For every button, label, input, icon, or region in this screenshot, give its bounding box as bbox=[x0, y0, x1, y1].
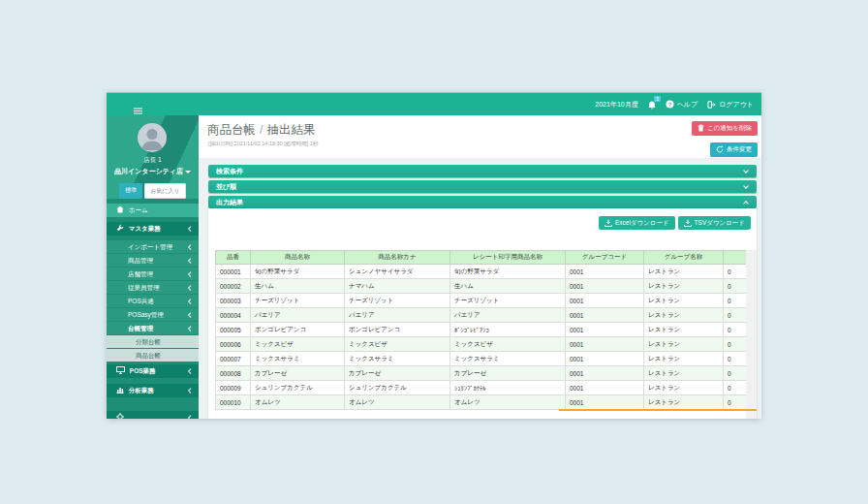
user-panel: 店長 1 品川インターシティ店 標準 お気に入り bbox=[107, 115, 199, 199]
app-window: 2021年10月度 3 ? ヘルプ ログアウト bbox=[107, 92, 761, 419]
help-icon: ? bbox=[666, 100, 674, 110]
top-bar: 2021年10月度 3 ? ヘルプ ログアウト bbox=[107, 92, 761, 115]
sidebar-item-partial[interactable] bbox=[107, 411, 199, 419]
cell-clipped: 0 bbox=[724, 395, 747, 410]
sidebar-item-analysis[interactable]: 分析業務 bbox=[107, 384, 199, 397]
table-row[interactable]: 000010オムレツオムレツオムレツ0001レストラン0 bbox=[216, 395, 747, 410]
cell-receipt-name: ミックスサラミ bbox=[450, 352, 566, 366]
chevron-left-icon bbox=[188, 312, 193, 317]
table-row[interactable]: 000004パエリアパエリアパエリア0001レストラン0 bbox=[216, 308, 747, 323]
change-condition-button[interactable]: 条件変更 bbox=[710, 142, 758, 157]
output-results-panel: Excelダウンロード TSVダウンロード 品番 商品名 bbox=[208, 208, 757, 419]
accordion-sort-order[interactable]: 並び順 bbox=[208, 180, 757, 193]
logout-button[interactable]: ログアウト bbox=[707, 100, 754, 110]
table-row[interactable]: 000003チーズリゾットチーズリゾットチーズリゾット0001レストラン0 bbox=[216, 294, 747, 308]
chevron-left-icon bbox=[188, 368, 193, 373]
cell-item-no: 000005 bbox=[216, 323, 251, 337]
cell-product-kana: パエリア bbox=[345, 308, 450, 323]
fiscal-period-label: 2021年10月度 bbox=[595, 100, 637, 110]
table-row[interactable]: 000006ミックスピザミックスピザミックスピザ0001レストラン0 bbox=[216, 337, 747, 352]
cell-item-no: 000006 bbox=[216, 337, 251, 352]
standard-button[interactable]: 標準 bbox=[119, 183, 142, 199]
cell-product-kana: ボンゴレビアンコ bbox=[345, 323, 450, 337]
accordion-search-conditions[interactable]: 検索条件 bbox=[208, 165, 757, 177]
results-table-container: 品番 商品名称 商品名称カナ レシート印字用商品名称 グループコード グループ名… bbox=[215, 250, 746, 419]
favorite-button[interactable]: お気に入り bbox=[144, 183, 185, 199]
cell-group-name: レストラン bbox=[644, 395, 724, 410]
notifications-bell[interactable]: 3 bbox=[648, 101, 656, 110]
col-header-product-name: 商品名称 bbox=[251, 251, 345, 265]
sidebar-item-master[interactable]: マスタ業務 bbox=[107, 222, 199, 236]
cell-receipt-name: 生ハム bbox=[450, 279, 566, 294]
cell-product-kana: チーズリゾット bbox=[345, 294, 450, 308]
cell-product-name: ミックスピザ bbox=[251, 337, 345, 352]
hamburger-menu-icon[interactable] bbox=[134, 101, 142, 118]
cell-group-name: レストラン bbox=[644, 323, 724, 337]
tsv-download-button[interactable]: TSVダウンロード bbox=[678, 216, 751, 230]
accordion-label: 出力結果 bbox=[216, 199, 243, 205]
excel-download-button[interactable]: Excelダウンロード bbox=[599, 216, 675, 230]
home-icon bbox=[116, 205, 124, 218]
store-name: 品川インターシティ店 bbox=[114, 168, 183, 174]
sidebar-item-product-ledger[interactable]: 商品台帳 bbox=[107, 349, 199, 362]
refresh-icon bbox=[716, 145, 724, 154]
sidebar-item-import[interactable]: インポート管理 bbox=[107, 240, 199, 253]
cell-product-name: パエリア bbox=[251, 308, 345, 323]
delete-notice-button[interactable]: この通知を削除 bbox=[692, 121, 758, 136]
sidebar-item-label: 分析業務 bbox=[129, 387, 154, 394]
sidebar-item-label: 商品管理 bbox=[128, 257, 153, 264]
page-title: 商品台帳/抽出結果 bbox=[207, 122, 315, 139]
table-row[interactable]: 000005ボンゴレビアンコボンゴレビアンコﾎﾞﾝｺﾞﾚﾋﾞｱﾝｺ0001レスト… bbox=[216, 323, 747, 337]
table-row[interactable]: 000008カプレーゼカプレーゼカプレーゼ0001レストラン0 bbox=[216, 366, 747, 381]
cell-clipped: 0 bbox=[724, 352, 747, 366]
change-condition-label: 条件変更 bbox=[727, 145, 752, 154]
cell-group-code: 0001 bbox=[566, 323, 644, 337]
sidebar-item-label: 商品台帳 bbox=[136, 352, 161, 359]
accordion-label: 検索条件 bbox=[216, 168, 243, 174]
sidebar: 店長 1 品川インターシティ店 標準 お気に入り ホーム マスタ業務 インポート… bbox=[107, 115, 199, 419]
cell-product-kana: カプレーゼ bbox=[345, 366, 450, 381]
sidebar-item-pos-ops[interactable]: POS業務 bbox=[107, 364, 199, 378]
cell-group-code: 0001 bbox=[566, 308, 644, 323]
sidebar-menu: ホーム マスタ業務 インポート管理 商品管理 店舗管理 従業員管理 bbox=[107, 204, 199, 419]
table-row[interactable]: 000007ミックスサラミミックスサラミミックスサラミ0001レストラン0 bbox=[216, 352, 747, 366]
accordion-output-results[interactable]: 出力結果 bbox=[208, 196, 757, 208]
cell-receipt-name: オムレツ bbox=[450, 395, 566, 410]
horizontal-scrollbar-thumb[interactable] bbox=[559, 409, 757, 411]
store-selector[interactable]: 品川インターシティ店 bbox=[107, 167, 199, 176]
table-row[interactable]: 000002生ハムナマハム生ハム0001レストラン0 bbox=[216, 279, 747, 294]
cell-product-name: オムレツ bbox=[251, 395, 345, 410]
cell-clipped: 0 bbox=[724, 366, 747, 381]
cell-product-kana: シュリンプカクテル bbox=[345, 381, 450, 395]
cell-clipped: 0 bbox=[724, 308, 747, 323]
col-header-product-kana: 商品名称カナ bbox=[345, 251, 450, 265]
cell-group-code: 0001 bbox=[566, 279, 644, 294]
sidebar-item-product-mgmt[interactable]: 商品管理 bbox=[107, 254, 199, 267]
sidebar-item-ledger-mgmt[interactable]: 台帳管理 bbox=[107, 322, 199, 334]
cell-receipt-name: 旬の野菜サラダ bbox=[450, 265, 566, 279]
sidebar-item-pos-common[interactable]: POS共通 bbox=[107, 295, 199, 307]
cell-product-kana: ミックスピザ bbox=[345, 337, 450, 352]
cell-product-name: カプレーゼ bbox=[251, 366, 345, 381]
results-table: 品番 商品名称 商品名称カナ レシート印字用商品名称 グループコード グループ名… bbox=[215, 250, 746, 410]
chevron-left-icon bbox=[188, 258, 193, 263]
table-row[interactable]: 000001旬の野菜サラダシュンノヤサイサラダ旬の野菜サラダ0001レストラン0 bbox=[216, 265, 747, 279]
cell-item-no: 000010 bbox=[216, 395, 251, 410]
caret-down-icon bbox=[185, 171, 191, 173]
sidebar-item-posasy[interactable]: POSasy管理 bbox=[107, 308, 199, 321]
trash-icon bbox=[698, 124, 704, 133]
cell-group-code: 0001 bbox=[566, 337, 644, 352]
sidebar-item-class-ledger[interactable]: 分類台帳 bbox=[107, 335, 199, 348]
cell-group-code: 0001 bbox=[566, 265, 644, 279]
cell-receipt-name: カプレーゼ bbox=[450, 366, 566, 381]
table-row[interactable]: 000009シュリンプカクテルシュリンプカクテルｼｭﾘﾝﾌﾟｶｸﾃﾙ0001レス… bbox=[216, 381, 747, 395]
cell-group-code: 0001 bbox=[566, 395, 644, 410]
sidebar-item-employee-mgmt[interactable]: 従業員管理 bbox=[107, 281, 199, 294]
sidebar-item-home[interactable]: ホーム bbox=[107, 204, 199, 217]
cell-item-no: 000009 bbox=[216, 381, 251, 395]
help-button[interactable]: ? ヘルプ bbox=[666, 100, 698, 110]
sidebar-item-store-mgmt[interactable]: 店舗管理 bbox=[107, 268, 199, 280]
cell-receipt-name: ｼｭﾘﾝﾌﾟｶｸﾃﾙ bbox=[450, 381, 566, 395]
vertical-scrollbar[interactable] bbox=[746, 250, 757, 419]
cell-product-kana: シュンノヤサイサラダ bbox=[345, 265, 450, 279]
